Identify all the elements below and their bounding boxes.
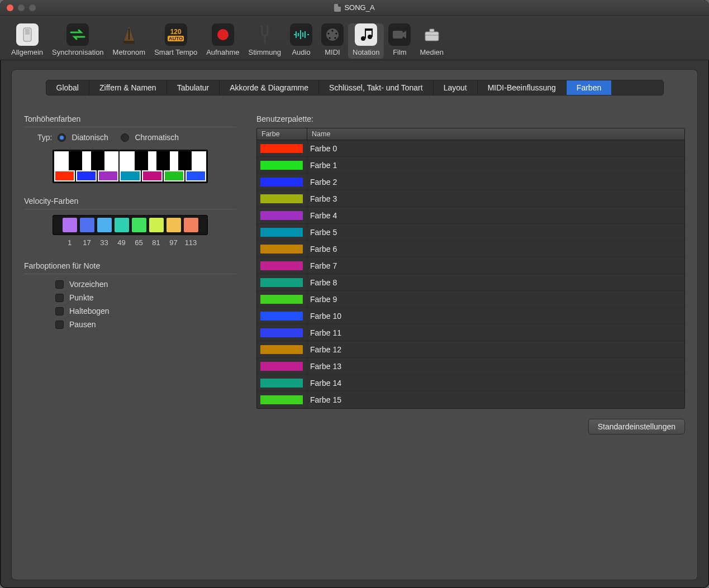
velocity-swatch[interactable] <box>132 218 146 232</box>
tab-schluessel[interactable]: Schlüssel, Takt- und Tonart <box>319 80 434 95</box>
palette-color-name[interactable]: Farbe 11 <box>307 324 684 341</box>
white-key[interactable] <box>76 151 97 181</box>
toolbar-item-medien[interactable]: Medien <box>415 23 448 59</box>
palette-color-name[interactable]: Farbe 8 <box>307 274 684 290</box>
palette-color-swatch[interactable] <box>260 228 303 237</box>
white-key[interactable] <box>185 151 206 181</box>
toolbar-item-metronom[interactable]: Metronom <box>108 23 150 59</box>
pitch-color-swatch[interactable] <box>165 171 183 180</box>
toolbar-item-midi[interactable]: MIDI <box>317 23 348 59</box>
palette-color-swatch[interactable] <box>260 194 303 203</box>
pitch-color-swatch[interactable] <box>121 171 139 180</box>
palette-color-name[interactable]: Farbe 5 <box>307 224 684 240</box>
velocity-swatch[interactable] <box>97 218 112 232</box>
checkbox[interactable] <box>55 307 64 315</box>
velocity-swatch[interactable] <box>166 218 181 232</box>
pitch-color-swatch[interactable] <box>99 171 117 180</box>
palette-row[interactable]: Farbe 8 <box>257 274 684 291</box>
tab-tabulatur[interactable]: Tabulatur <box>167 80 220 95</box>
palette-color-swatch[interactable] <box>260 312 303 321</box>
radio-diatonic[interactable] <box>58 133 66 142</box>
velocity-swatch[interactable] <box>149 218 164 232</box>
tab-midi-beeinflussung[interactable]: MIDI-Beeinflussung <box>478 80 567 95</box>
palette-row[interactable]: Farbe 3 <box>257 190 684 207</box>
palette-color-swatch[interactable] <box>260 178 303 187</box>
toolbar-item-synchronisation[interactable]: Synchronisation <box>47 23 108 59</box>
palette-row[interactable]: Farbe 9 <box>257 291 684 308</box>
palette-row[interactable]: Farbe 12 <box>257 341 684 358</box>
palette-row[interactable]: Farbe 14 <box>257 375 684 391</box>
palette-color-name[interactable]: Farbe 3 <box>307 190 684 207</box>
palette-color-name[interactable]: Farbe 6 <box>307 241 684 257</box>
velocity-swatch[interactable] <box>80 218 94 232</box>
palette-color-swatch[interactable] <box>260 261 303 270</box>
palette-row[interactable]: Farbe 1 <box>257 157 684 174</box>
palette-color-name[interactable]: Farbe 0 <box>307 140 684 156</box>
palette-color-name[interactable]: Farbe 4 <box>307 207 684 223</box>
palette-row[interactable]: Farbe 10 <box>257 308 684 324</box>
palette-color-swatch[interactable] <box>260 395 303 404</box>
palette-color-name[interactable]: Farbe 13 <box>307 358 684 374</box>
palette-color-swatch[interactable] <box>260 362 303 371</box>
palette-color-name[interactable]: Farbe 1 <box>307 157 684 173</box>
palette-color-swatch[interactable] <box>260 345 303 354</box>
tab-ziffern[interactable]: Ziffern & Namen <box>89 80 167 95</box>
radio-chromatic[interactable] <box>121 133 129 142</box>
palette-row[interactable]: Farbe 5 <box>257 224 684 241</box>
toolbar-item-film[interactable]: Film <box>384 23 415 59</box>
velocity-swatch[interactable] <box>115 218 129 232</box>
white-key[interactable] <box>98 151 118 181</box>
toolbar-item-audio[interactable]: Audio <box>285 23 317 59</box>
palette-row[interactable]: Farbe 0 <box>257 140 684 157</box>
toolbar-item-aufnahme[interactable]: Aufnahme <box>202 23 244 59</box>
white-key[interactable] <box>120 151 140 181</box>
palette-color-name[interactable]: Farbe 14 <box>307 375 684 391</box>
checkbox[interactable] <box>55 321 64 329</box>
pitch-color-swatch[interactable] <box>143 171 161 180</box>
pitch-color-swatch[interactable] <box>187 171 205 180</box>
palette-color-swatch[interactable] <box>260 245 303 254</box>
palette-color-swatch[interactable] <box>260 328 303 337</box>
palette-color-name[interactable]: Farbe 10 <box>307 308 684 324</box>
defaults-button[interactable]: Standardeinstellungen <box>588 419 685 434</box>
white-key[interactable] <box>142 151 163 181</box>
palette-row[interactable]: Farbe 6 <box>257 241 684 257</box>
white-key[interactable] <box>54 151 75 181</box>
checkbox[interactable] <box>55 294 64 302</box>
tab-global[interactable]: Global <box>46 80 89 95</box>
palette-color-name[interactable]: Farbe 15 <box>307 391 684 408</box>
palette-color-name[interactable]: Farbe 9 <box>307 291 684 307</box>
palette-color-swatch[interactable] <box>260 144 303 153</box>
palette-row[interactable]: Farbe 7 <box>257 257 684 274</box>
toolbar-item-notation[interactable]: Notation <box>348 23 384 59</box>
tab-farben[interactable]: Farben <box>567 80 611 95</box>
palette-header-color[interactable]: Farbe <box>257 128 307 140</box>
velocity-swatch[interactable] <box>184 218 198 232</box>
palette-row[interactable]: Farbe 2 <box>257 174 684 190</box>
pitch-color-swatch[interactable] <box>77 171 96 180</box>
palette-color-swatch[interactable] <box>260 295 303 304</box>
checkbox[interactable] <box>55 280 64 289</box>
palette-color-swatch[interactable] <box>260 161 303 170</box>
palette-color-swatch[interactable] <box>260 278 303 287</box>
tab-layout[interactable]: Layout <box>434 80 478 95</box>
palette-color-name[interactable]: Farbe 2 <box>307 174 684 190</box>
palette-row[interactable]: Farbe 15 <box>257 391 684 408</box>
palette-color-swatch[interactable] <box>260 211 303 220</box>
section-palette-title: Benutzerpalette: <box>256 114 685 123</box>
palette-row[interactable]: Farbe 11 <box>257 324 684 341</box>
keyboard-diagram[interactable] <box>53 150 208 183</box>
palette-color-swatch[interactable] <box>260 379 303 388</box>
toolbar-item-smart-tempo[interactable]: 120AUTO Smart Tempo <box>150 23 202 59</box>
toolbar-item-stimmung[interactable]: Stimmung <box>244 23 285 59</box>
white-key[interactable] <box>164 151 184 181</box>
velocity-swatch[interactable] <box>63 218 77 232</box>
palette-color-name[interactable]: Farbe 7 <box>307 257 684 274</box>
palette-color-name[interactable]: Farbe 12 <box>307 341 684 357</box>
tab-akkorde[interactable]: Akkorde & Diagramme <box>220 80 319 95</box>
palette-row[interactable]: Farbe 4 <box>257 207 684 224</box>
toolbar-item-allgemein[interactable]: Allgemein <box>7 23 47 59</box>
palette-row[interactable]: Farbe 13 <box>257 358 684 375</box>
palette-header-name[interactable]: Name <box>307 128 684 140</box>
pitch-color-swatch[interactable] <box>55 171 74 180</box>
